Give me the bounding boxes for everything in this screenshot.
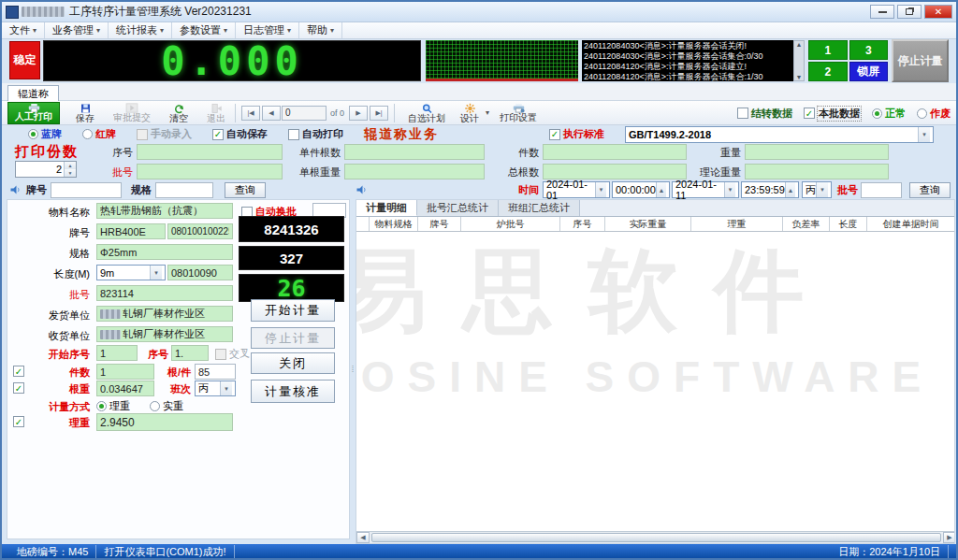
minimize-button[interactable]	[870, 5, 894, 19]
menu-reports[interactable]: 统计报表▾	[109, 22, 172, 38]
count-field[interactable]	[543, 144, 687, 160]
print-copies-stepper[interactable]: ▲▼	[15, 161, 77, 178]
verify-measure-button[interactable]: 计量核准	[251, 380, 335, 403]
design-button[interactable]: 设计	[456, 102, 484, 124]
custom-plan-button[interactable]: 自选计划	[403, 102, 450, 124]
log-line: 240112084030<消息>:计量服务器会话关闭!	[584, 41, 791, 51]
start-seq-field[interactable]	[96, 345, 138, 361]
log-scrollbar[interactable]: ▲ ▼	[793, 40, 805, 81]
start-measure-button[interactable]: 开始计量	[251, 299, 335, 322]
print-setup-button[interactable]: 打印设置	[495, 102, 542, 124]
spec-field[interactable]	[96, 244, 233, 260]
shift-select[interactable]: 丙▾	[802, 181, 832, 198]
standard-select[interactable]: GB/T1499.2-2018▾	[625, 126, 934, 143]
count-label: 件数	[507, 146, 539, 160]
save-button[interactable]: 保存	[71, 102, 99, 124]
speaker-icon	[9, 184, 21, 195]
spin-up-icon[interactable]: ▲	[65, 162, 76, 169]
scroll-down-icon[interactable]: ▼	[796, 74, 803, 80]
checkbox-disabled-icon	[137, 129, 148, 140]
auto-save-checkbox[interactable]: ✓自动保存	[212, 127, 268, 141]
table-hscrollbar[interactable]: ◀ ▶	[356, 531, 955, 543]
tab-shift-summary[interactable]: 班组汇总统计	[499, 200, 580, 216]
auto-print-checkbox[interactable]: 自动打印	[288, 127, 343, 141]
total-bars-field[interactable]	[543, 164, 687, 179]
this-batch-checkbox[interactable]: ✓本批数据	[804, 107, 861, 121]
brand-field[interactable]	[96, 223, 166, 239]
bar-weight2-label: 根重	[7, 382, 90, 396]
menu-logs[interactable]: 日志管理▾	[236, 22, 299, 38]
seq-field[interactable]	[137, 144, 283, 160]
seq2-field[interactable]	[171, 345, 209, 361]
normal-radio[interactable]: 正常	[872, 107, 906, 121]
menu-settings[interactable]: 参数设置▾	[172, 22, 236, 38]
tab-measure-detail[interactable]: 计量明细	[356, 200, 417, 216]
spec-query-input[interactable]	[155, 182, 213, 198]
length-code-field[interactable]	[167, 265, 233, 280]
time-range-label: 时间	[518, 183, 539, 197]
date-from-select[interactable]: 2024-01-01▾	[543, 181, 610, 198]
nav-first-button[interactable]: |◀	[241, 106, 260, 121]
spin-down-icon[interactable]: ▼	[65, 169, 76, 177]
pieces-bars-field[interactable]	[344, 144, 485, 160]
heat-batch-field[interactable]	[96, 285, 233, 301]
chevron-down-icon: ▾	[918, 127, 930, 142]
void-radio[interactable]: 作废	[917, 107, 951, 121]
batch-query-input[interactable]	[861, 182, 902, 198]
chevron-down-icon: ▾	[33, 26, 36, 35]
quick-button-3[interactable]: 3	[849, 40, 889, 60]
lock-screen-button[interactable]: 锁屏	[849, 62, 889, 81]
red-plate-radio[interactable]: 红牌	[82, 127, 116, 141]
theory2-field[interactable]	[96, 413, 233, 431]
quick-button-2[interactable]: 2	[808, 62, 848, 81]
restore-button[interactable]	[897, 5, 922, 19]
manual-print-button[interactable]: 人工打印	[7, 102, 60, 124]
menu-business[interactable]: 业务管理▾	[45, 22, 109, 38]
right-search-button[interactable]: 查询	[909, 182, 951, 198]
method-theory-radio[interactable]: 理重	[96, 399, 130, 413]
scroll-up-icon[interactable]: ▲	[796, 41, 803, 48]
standard-checkbox[interactable]: ✓执行标准	[549, 127, 604, 141]
clear-button[interactable]: 清空	[165, 102, 193, 124]
length-select[interactable]: 9m▾	[96, 265, 166, 280]
quick-button-1[interactable]: 1	[808, 40, 848, 60]
brand-query-input[interactable]	[51, 182, 122, 198]
sender-field[interactable]: 轧钢厂棒材作业区	[96, 306, 233, 322]
bar-weight2-field[interactable]	[96, 381, 154, 396]
theory-weight-field[interactable]	[745, 164, 889, 179]
bar-weight-field[interactable]	[344, 164, 485, 179]
scrollbar-thumb[interactable]	[371, 533, 941, 542]
nav-next-button[interactable]: ▶	[349, 106, 368, 121]
nav-last-button[interactable]: ▶|	[370, 106, 388, 121]
row-selector-column	[356, 217, 370, 231]
close-panel-button[interactable]: 关闭	[251, 352, 335, 374]
stop-measure-big-button[interactable]: 停止计量	[892, 39, 949, 82]
method-actual-radio[interactable]: 实重	[150, 399, 183, 413]
tab-roller-scale[interactable]: 辊道称	[7, 85, 59, 101]
print-copies-input[interactable]	[16, 162, 64, 177]
left-search-button[interactable]: 查询	[225, 182, 266, 198]
scroll-left-icon[interactable]: ◀	[356, 532, 370, 543]
nav-prev-button[interactable]: ◀	[262, 106, 281, 121]
material-field[interactable]	[96, 203, 233, 219]
nav-record-input[interactable]	[282, 106, 327, 121]
brand-code-field[interactable]	[167, 223, 233, 239]
time-to-stepper[interactable]: 23:59:59▲	[741, 181, 799, 198]
per-piece-field[interactable]	[195, 364, 236, 380]
weight-field[interactable]	[745, 144, 889, 160]
pieces2-field[interactable]	[96, 364, 154, 380]
stable-status-badge: 稳定	[9, 41, 40, 79]
time-from-stepper[interactable]: 00:00:00▲	[612, 181, 670, 198]
menu-file[interactable]: 文件▾	[2, 22, 45, 38]
close-button[interactable]: ✕	[924, 5, 952, 19]
menu-help[interactable]: 帮助▾	[299, 22, 342, 38]
carryover-data-checkbox[interactable]: 结转数据	[737, 107, 792, 121]
blue-plate-radio[interactable]: 蓝牌	[28, 127, 62, 141]
design-dropdown-icon[interactable]: ▾	[486, 108, 489, 117]
date-to-select[interactable]: 2024-01-11▾	[672, 181, 739, 198]
receiver-field[interactable]: 轧钢厂棒材作业区	[96, 326, 233, 342]
batch-field[interactable]	[137, 164, 283, 179]
scroll-right-icon[interactable]: ▶	[943, 532, 955, 543]
shift-form-select[interactable]: 丙▾	[195, 381, 236, 396]
tab-batch-summary[interactable]: 批号汇总统计	[417, 200, 499, 216]
